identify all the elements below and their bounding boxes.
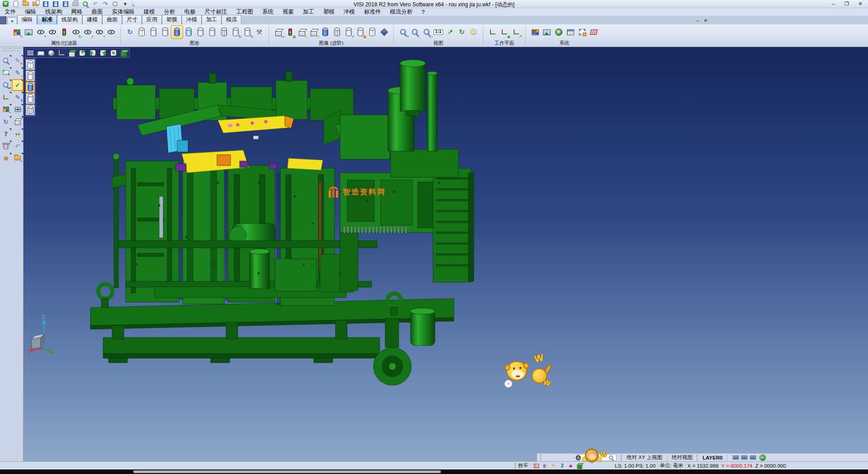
view-right-button[interactable]: [98, 48, 108, 57]
workplane-align-button[interactable]: ↗: [510, 26, 522, 38]
cylinder-wire-button[interactable]: [367, 26, 378, 38]
render-transparent-button[interactable]: [195, 26, 206, 38]
refresh-visibility-button[interactable]: ↻: [70, 26, 81, 38]
confirm-selection-button[interactable]: ✔: [13, 80, 23, 90]
layer-slot-3[interactable]: [749, 454, 757, 461]
tab-progress[interactable]: 冲模: [182, 15, 202, 24]
solids-refresh-button[interactable]: ↻: [296, 26, 307, 38]
render-update-button[interactable]: ↻: [230, 26, 241, 38]
view-render-button[interactable]: [46, 48, 57, 57]
history-button[interactable]: [110, 0, 120, 8]
plane-selection-button[interactable]: [1, 68, 11, 78]
export-folder-button[interactable]: ✎: [13, 153, 23, 163]
view-orientation-readout[interactable]: 绝对 XY 上视图: [627, 454, 662, 461]
view-back-button[interactable]: [77, 48, 88, 57]
quick-access-dropdown[interactable]: ▾: [120, 0, 130, 8]
print-button[interactable]: [71, 0, 80, 8]
cylinder-info-button[interactable]: [320, 26, 331, 38]
zoom-dynamic-button[interactable]: ↔: [409, 26, 420, 38]
redraw-button[interactable]: ↻: [124, 26, 136, 38]
status-pick-button[interactable]: ✎: [550, 462, 557, 469]
render-copy-button[interactable]: ↻: [242, 26, 253, 38]
image-settings-button[interactable]: [541, 26, 552, 38]
render-section-button[interactable]: [207, 26, 218, 38]
shade-mesh-button[interactable]: [26, 104, 35, 115]
world-icon[interactable]: [760, 455, 766, 461]
shade-ghost-button[interactable]: [26, 93, 35, 104]
cylinder-validate-button[interactable]: ✔: [343, 26, 354, 38]
zoom-solid-button[interactable]: +: [1, 80, 11, 90]
delete-trash-button[interactable]: [1, 141, 11, 151]
workplane-button[interactable]: [1, 92, 11, 102]
save-all-button[interactable]: +: [61, 0, 70, 8]
show-entities-button[interactable]: +: [35, 26, 46, 38]
color-table-button[interactable]: [529, 26, 541, 38]
help-button[interactable]: ?: [1, 129, 11, 139]
curve-edit-button[interactable]: ✎~: [13, 68, 23, 78]
grid-snap-button[interactable]: [576, 26, 588, 38]
minimize-button[interactable]: –: [826, 0, 840, 7]
view-left-button[interactable]: [88, 48, 98, 57]
tab-standard[interactable]: 标准: [37, 15, 57, 24]
selection-filter-button[interactable]: [58, 26, 70, 38]
statusbar-drag-handle[interactable]: [515, 463, 517, 469]
tab-wireframe[interactable]: 线架构: [57, 15, 82, 24]
undo-button[interactable]: ↶: [90, 0, 100, 8]
rotate-view-button[interactable]: ↻: [456, 26, 467, 38]
menu-flow-analysis[interactable]: 模流分析: [386, 8, 417, 16]
menu-help[interactable]: ?: [417, 9, 429, 16]
zoom-scale-1-1-button[interactable]: 1:1: [433, 26, 444, 38]
doc-close-button[interactable]: ✕: [703, 17, 709, 24]
save-button[interactable]: [41, 0, 50, 8]
tab-edit[interactable]: 编辑: [17, 15, 37, 24]
spline-edit-button[interactable]: ✎S: [13, 92, 23, 102]
attribute-table-button[interactable]: [565, 26, 576, 38]
measure-distance-button[interactable]: ↔: [13, 129, 23, 139]
tab-dimension[interactable]: 尺寸: [122, 15, 142, 24]
pan-view-button[interactable]: ↗: [444, 26, 456, 38]
maximize-button[interactable]: ❐: [840, 0, 854, 7]
render-mesh-button[interactable]: [218, 26, 230, 38]
shade-shaded-button[interactable]: [26, 82, 35, 93]
snap-lock-toggle[interactable]: 拴牢: [518, 462, 528, 469]
menu-machining[interactable]: 加工: [298, 8, 319, 16]
tab-flow[interactable]: 模流: [222, 15, 241, 24]
solid-view-button[interactable]: [378, 26, 390, 38]
solids-filter-button[interactable]: ▣: [284, 26, 296, 38]
hide-entities-button[interactable]: −: [47, 26, 58, 38]
view-iso-button[interactable]: [119, 48, 129, 57]
open-file-button[interactable]: [21, 0, 30, 8]
modify-attributes-button[interactable]: ✎: [1, 104, 11, 114]
cylinder-export-button[interactable]: ▣: [355, 26, 366, 38]
menu-mould[interactable]: 塑模: [319, 8, 339, 16]
view-orientation-button[interactable]: ☺: [468, 26, 479, 38]
active-layer-readout[interactable]: LAYER0: [703, 455, 722, 460]
sidebar-drag-handle[interactable]: [3, 48, 20, 51]
plane-grid-button[interactable]: [588, 26, 599, 38]
close-button[interactable]: ✕: [854, 0, 867, 7]
taskbar-segment[interactable]: [133, 470, 441, 473]
edit-attributes-button[interactable]: ✎: [11, 26, 23, 38]
view-top-button[interactable]: [67, 48, 77, 57]
statusbar-drag-handle[interactable]: [540, 455, 542, 460]
toggle-visibility-button[interactable]: ±: [82, 26, 93, 38]
copy-image-button[interactable]: [23, 26, 34, 38]
menu-window[interactable]: 视窗: [278, 8, 298, 16]
menu-standard-parts[interactable]: 标准件: [359, 8, 386, 16]
statusbar-drag-handle[interactable]: [697, 455, 698, 460]
workplane-set-button[interactable]: [487, 26, 498, 38]
solids-dynamic-button[interactable]: ↝: [273, 26, 284, 38]
shade-hidden-button[interactable]: [26, 71, 35, 81]
view-front-button[interactable]: [108, 48, 119, 57]
status-grid-button[interactable]: [533, 462, 540, 469]
menu-progress[interactable]: 冲模: [339, 8, 359, 16]
render-hidden-line-button[interactable]: [148, 26, 159, 38]
tab-application[interactable]: 应用: [142, 15, 162, 24]
statusbar-drag-handle[interactable]: [621, 455, 623, 460]
tab-surface[interactable]: 曲面: [102, 15, 122, 24]
doc-minimize-button[interactable]: –: [694, 17, 701, 24]
tab-modeling[interactable]: 建模: [82, 15, 102, 24]
shade-wireframe-button[interactable]: [26, 59, 35, 70]
redo-button[interactable]: ↷: [100, 0, 110, 8]
save-as-button[interactable]: ✎: [51, 0, 60, 8]
